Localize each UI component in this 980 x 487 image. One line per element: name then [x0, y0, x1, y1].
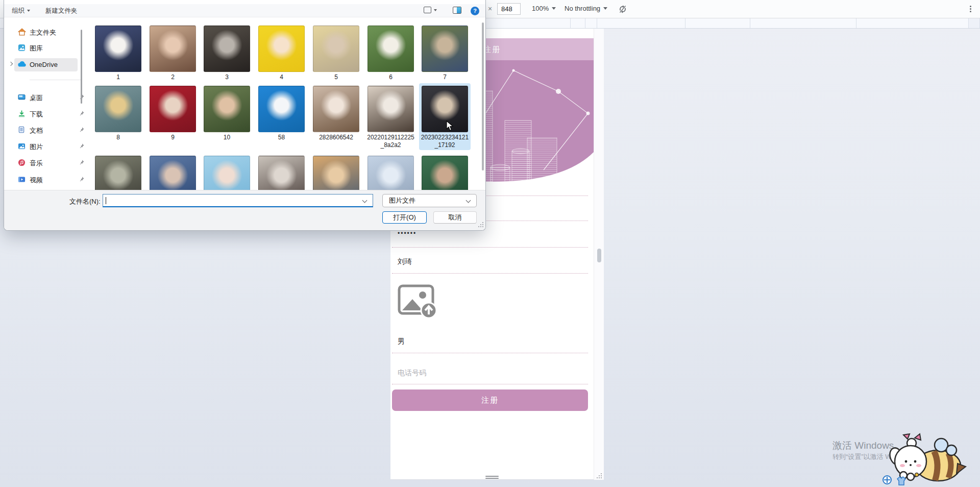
file-thumbnail[interactable]	[368, 26, 414, 72]
bee-dog-sticker	[881, 428, 968, 487]
sidebar-item-download[interactable]: 下载	[14, 107, 78, 120]
avatar-upload-placeholder[interactable]	[397, 284, 438, 320]
sidebar-item-home[interactable]: 主文件夹	[14, 26, 78, 39]
cancel-button[interactable]: 取消	[433, 211, 477, 224]
file-thumbnail[interactable]	[258, 26, 305, 72]
file-thumbnail[interactable]	[422, 86, 468, 132]
sticker-shirt-icon	[897, 477, 905, 485]
file-thumbnail[interactable]	[95, 26, 141, 72]
file-label: 9	[147, 134, 199, 142]
chevron-down-icon	[603, 7, 607, 10]
file-thumbnail[interactable]	[422, 156, 468, 190]
file-tile[interactable]	[201, 153, 253, 190]
file-tile[interactable]: 7	[419, 23, 471, 82]
file-tile[interactable]	[92, 153, 144, 190]
file-thumbnail[interactable]	[258, 156, 305, 190]
page-resize-grip[interactable]	[595, 472, 602, 479]
file-grid-scrollbar[interactable]	[482, 22, 484, 171]
file-thumbnail[interactable]	[368, 86, 414, 132]
file-thumbnail[interactable]	[150, 26, 196, 72]
register-submit-button[interactable]: 注册	[392, 389, 588, 411]
file-tile[interactable]: 20220129112225_8a2a2	[365, 83, 416, 150]
file-tile[interactable]: 9	[147, 83, 199, 142]
file-tile[interactable]: 8	[92, 83, 144, 142]
sidebar-item-document[interactable]: 文档	[14, 124, 78, 137]
page-scrollbar-thumb[interactable]	[597, 249, 601, 262]
file-tile[interactable]: 10	[201, 83, 253, 142]
video-icon	[18, 176, 26, 184]
card-drag-handle[interactable]	[475, 475, 509, 480]
expand-chevron-icon[interactable]	[9, 62, 13, 66]
file-tile[interactable]	[419, 153, 471, 190]
zoom-dropdown[interactable]: 100%	[532, 5, 556, 12]
file-label: 10	[201, 134, 253, 142]
file-label: 2	[147, 74, 199, 82]
rotate-viewport-icon[interactable]	[618, 4, 628, 14]
file-label: 2828606542	[310, 134, 362, 142]
file-thumbnail[interactable]	[150, 156, 196, 190]
page-scrollbar[interactable]	[594, 29, 604, 480]
throttling-dropdown[interactable]: No throttling	[565, 5, 607, 12]
file-label: 4	[256, 74, 307, 82]
document-icon	[18, 126, 26, 134]
organize-button[interactable]: 组织	[12, 7, 30, 15]
dialog-resize-grip[interactable]	[477, 221, 484, 228]
file-thumbnail[interactable]	[313, 26, 359, 72]
open-button[interactable]: 打开(O)	[382, 211, 427, 224]
screen: 注册	[0, 0, 980, 487]
file-tile[interactable]: 58	[256, 83, 307, 142]
file-thumbnail[interactable]	[313, 156, 359, 190]
chevron-down-icon	[362, 198, 368, 203]
file-thumbnail[interactable]	[204, 156, 250, 190]
file-tile[interactable]	[365, 153, 416, 190]
sidebar-item-video[interactable]: 视频	[14, 173, 78, 186]
nav-scrollbar[interactable]	[81, 30, 82, 104]
file-tile[interactable]: 5	[310, 23, 362, 82]
text-caret	[106, 197, 106, 204]
file-thumbnail[interactable]	[150, 86, 196, 132]
file-tile[interactable]: 1	[92, 23, 144, 82]
sidebar-item-pictures[interactable]: 图片	[14, 140, 78, 153]
file-thumbnail[interactable]	[95, 156, 141, 190]
sidebar-item-music[interactable]: 音乐	[14, 156, 78, 169]
file-label: 20230223234121_17192	[419, 134, 471, 150]
file-tile[interactable]: 6	[365, 23, 416, 82]
password-field[interactable]: ••••••	[398, 230, 416, 237]
file-thumbnail[interactable]	[313, 86, 359, 132]
filename-input[interactable]	[103, 194, 373, 207]
kebab-menu-icon[interactable]	[967, 5, 974, 14]
file-tile[interactable]: 20230223234121_17192	[419, 83, 471, 150]
file-tile[interactable]	[310, 153, 362, 190]
new-folder-button[interactable]: 新建文件夹	[45, 7, 78, 15]
file-tile[interactable]: 2	[147, 23, 199, 82]
file-thumbnail[interactable]	[204, 86, 250, 132]
file-tile[interactable]	[256, 153, 307, 190]
viewport-height-input[interactable]: 848	[497, 3, 521, 15]
chevron-down-icon	[552, 7, 556, 10]
gallery-icon	[18, 44, 26, 52]
file-thumbnail[interactable]	[258, 86, 305, 132]
file-tile[interactable]: 2828606542	[310, 83, 362, 142]
filetype-dropdown[interactable]: 图片文件	[382, 194, 477, 207]
file-thumbnail[interactable]	[95, 86, 141, 132]
chevron-down-icon	[466, 198, 471, 203]
gender-field[interactable]: 男	[398, 337, 405, 346]
file-tile[interactable]	[147, 153, 199, 190]
cloud-icon	[18, 61, 26, 69]
field-divider	[392, 353, 588, 353]
sidebar-item-cloud[interactable]: OneDrive	[14, 58, 78, 71]
file-thumbnail[interactable]	[422, 26, 468, 72]
view-mode-button[interactable]	[424, 7, 437, 14]
sidebar-item-gallery[interactable]: 图库	[14, 41, 78, 55]
sticker-target-icon	[883, 476, 891, 484]
file-thumbnail[interactable]	[368, 156, 414, 190]
sidebar-item-desktop[interactable]: 桌面	[14, 91, 78, 104]
help-icon[interactable]: ?	[471, 7, 479, 15]
phone-field[interactable]: 电话号码	[398, 369, 426, 378]
file-label: 8	[92, 134, 144, 142]
file-tile[interactable]: 4	[256, 23, 307, 82]
preview-pane-icon[interactable]	[453, 7, 461, 14]
name-field[interactable]: 刘琦	[398, 257, 412, 266]
file-thumbnail[interactable]	[204, 26, 250, 72]
file-tile[interactable]: 3	[201, 23, 253, 82]
